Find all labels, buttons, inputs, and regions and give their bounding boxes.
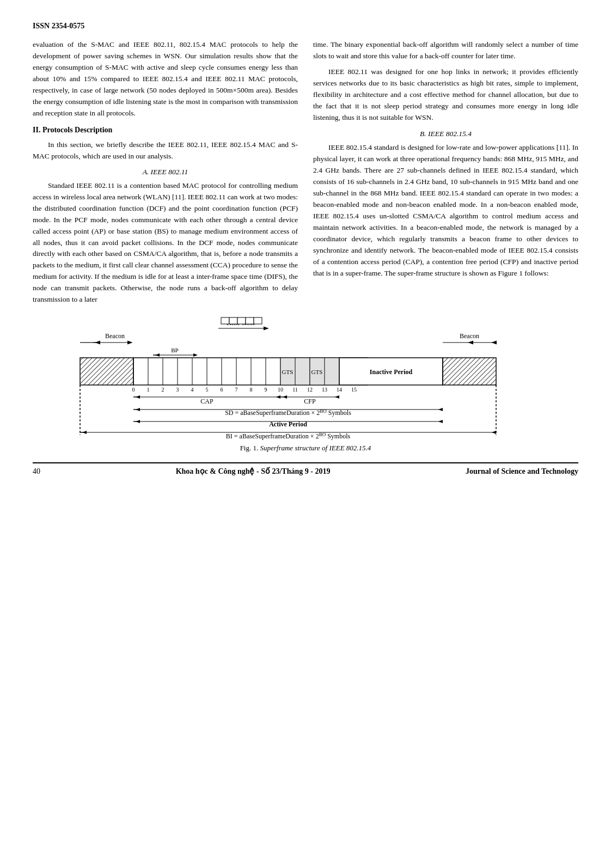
svg-rect-33 bbox=[443, 358, 496, 385]
svg-rect-80 bbox=[221, 317, 229, 324]
svg-text:9: 9 bbox=[265, 387, 267, 393]
figure-caption-italic: Superframe structure of IEEE 802.15.4 bbox=[260, 444, 371, 452]
figure1-caption: Fig. 1. Superframe structure of IEEE 802… bbox=[240, 444, 371, 453]
svg-rect-11 bbox=[80, 358, 133, 385]
svg-rect-82 bbox=[237, 317, 246, 324]
two-column-layout: evaluation of the S-MAC and IEEE 802.11,… bbox=[33, 39, 578, 305]
subsec-a-heading: A. IEEE 802.11 bbox=[33, 167, 298, 178]
svg-text:6: 6 bbox=[221, 387, 223, 393]
svg-text:11: 11 bbox=[292, 387, 298, 393]
svg-text:Inactive Period: Inactive Period bbox=[370, 368, 413, 376]
svg-text:3: 3 bbox=[176, 387, 179, 393]
svg-text:xx: xx bbox=[204, 390, 210, 398]
journal-en: Journal of Science and Technology bbox=[466, 467, 578, 476]
svg-text:2: 2 bbox=[162, 387, 164, 393]
right-column: time. The binary exponential back-off al… bbox=[313, 39, 578, 305]
svg-text:15: 15 bbox=[351, 387, 357, 393]
svg-text:Beacon: Beacon bbox=[460, 332, 479, 340]
svg-text:8: 8 bbox=[250, 387, 253, 393]
subsec-b-para: IEEE 802.15.4 standard is designed for l… bbox=[313, 142, 578, 279]
footer: 40 Khoa học & Công nghệ - Số 23/Tháng 9 … bbox=[33, 462, 578, 476]
journal-vn: Khoa học & Công nghệ - Số 23/Tháng 9 - 2… bbox=[176, 467, 331, 476]
svg-text:BP: BP bbox=[171, 347, 178, 353]
figure1-container: Time slots Beacon bbox=[33, 315, 578, 453]
figure-caption-prefix: Fig. 1. bbox=[240, 444, 260, 452]
svg-rect-83 bbox=[246, 317, 254, 324]
svg-text:GTS: GTS bbox=[311, 369, 323, 375]
svg-text:CAP: CAP bbox=[200, 398, 213, 405]
section2-para1: In this section, we briefly describe the… bbox=[33, 139, 298, 162]
svg-text:12: 12 bbox=[307, 387, 313, 393]
issn-label: ISSN 2354-0575 bbox=[33, 22, 578, 30]
svg-text:10: 10 bbox=[278, 387, 283, 393]
svg-text:0: 0 bbox=[132, 387, 135, 393]
svg-rect-84 bbox=[254, 317, 262, 324]
superframe-diagram: Time slots Beacon bbox=[60, 315, 551, 441]
subsec-b-heading: B. IEEE 802.15.4 bbox=[313, 129, 578, 140]
svg-text:14: 14 bbox=[337, 387, 342, 393]
svg-text:BI = aBaseSuperframeDuration ×: BI = aBaseSuperframeDuration × 2BO Symbo… bbox=[226, 432, 351, 440]
svg-text:13: 13 bbox=[322, 387, 327, 393]
page: ISSN 2354-0575 evaluation of the S-MAC a… bbox=[0, 0, 611, 868]
svg-text:4: 4 bbox=[191, 387, 194, 393]
svg-text:7: 7 bbox=[235, 387, 238, 393]
subsec-a-para: Standard IEEE 802.11 is a contention bas… bbox=[33, 180, 298, 305]
left-column: evaluation of the S-MAC and IEEE 802.11,… bbox=[33, 39, 298, 305]
svg-text:1: 1 bbox=[147, 387, 150, 393]
svg-text:GTS: GTS bbox=[282, 369, 294, 375]
page-number: 40 bbox=[33, 467, 40, 476]
right-para2: IEEE 802.11 was designed for one hop lin… bbox=[313, 66, 578, 124]
svg-text:Beacon: Beacon bbox=[105, 332, 125, 340]
right-para1: time. The binary exponential back-off al… bbox=[313, 39, 578, 62]
svg-rect-81 bbox=[229, 317, 237, 324]
section2-heading: II. Protocols Description bbox=[33, 124, 298, 136]
left-para1: evaluation of the S-MAC and IEEE 802.11,… bbox=[33, 39, 298, 119]
svg-text:xxxxxxxxxxxxxxxxxxxxxxx: xxxxxxxxxxxxxxxxxxxxxxx bbox=[250, 425, 326, 433]
